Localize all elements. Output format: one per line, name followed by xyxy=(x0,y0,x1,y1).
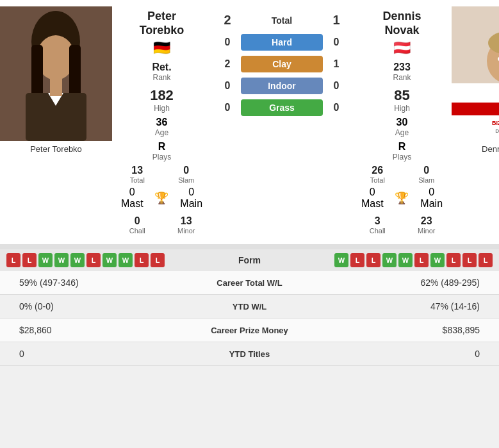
stats-label: Career Prize Money xyxy=(186,326,314,335)
right-slam-item: 0 Slam xyxy=(405,165,449,184)
hard-right: 0 xyxy=(327,37,346,48)
right-slam-label: Slam xyxy=(405,176,449,184)
grass-left: 0 xyxy=(218,102,237,113)
stats-val-right: 47% (14-16) xyxy=(314,301,493,311)
right-plays-val: R xyxy=(393,141,411,153)
form-badge-right: L xyxy=(462,253,477,267)
left-player-stats: PeterTorebko 🇩🇪 Ret. Rank 182 High 36 Ag… xyxy=(112,6,211,238)
form-badge-left: W xyxy=(119,253,133,267)
right-high-box: 85 High xyxy=(394,87,410,113)
form-badge-left: L xyxy=(6,253,20,267)
left-main-item: 0 Main xyxy=(180,187,202,210)
form-badge-right: W xyxy=(334,253,348,267)
right-total-label: Total xyxy=(356,176,400,184)
total-left: 2 xyxy=(218,13,237,28)
right-mast-label: Mast xyxy=(361,198,384,210)
form-badges-left: LLWWWLWWLL xyxy=(6,253,209,267)
form-badge-left: L xyxy=(151,253,165,267)
form-section: LLWWWLWWLL Form WLLWWLWLLL xyxy=(0,249,499,271)
right-plays-box: R Plays xyxy=(393,141,411,162)
stats-row: $28,860Career Prize Money$838,895 xyxy=(0,319,499,342)
form-badge-left: W xyxy=(54,253,69,267)
left-mast-item: 0 Mast xyxy=(121,187,143,210)
right-player-flag: 🇦🇹 xyxy=(393,40,411,56)
left-minor-val: 13 xyxy=(165,215,209,227)
clay-button[interactable]: Clay xyxy=(241,56,323,72)
stats-label: YTD Titles xyxy=(186,349,314,359)
clay-left: 2 xyxy=(218,58,237,70)
right-total-val: 26 xyxy=(356,165,400,176)
left-grid-stats: 13 Total 0 Slam xyxy=(115,165,208,184)
left-age-label: Age xyxy=(155,128,168,137)
left-high-val: 182 xyxy=(150,87,174,104)
stats-val-right: $838,895 xyxy=(314,325,493,335)
form-badge-right: L xyxy=(366,253,380,267)
right-player-photo: BIZE PACU D. NOVAK xyxy=(452,6,499,141)
left-plays-box: R Plays xyxy=(152,141,171,162)
form-badge-right: W xyxy=(382,253,397,267)
stats-row: 59% (497-346)Career Total W/L62% (489-29… xyxy=(0,271,499,295)
middle-section: 2 Total 1 0 Hard 0 2 Clay 1 0 Indoor 0 0 xyxy=(211,6,352,238)
left-plays-label: Plays xyxy=(152,153,171,162)
form-badge-left: L xyxy=(22,253,37,267)
total-right: 1 xyxy=(327,13,346,28)
indoor-row: 0 Indoor 0 xyxy=(218,78,346,94)
right-rank-label: Rank xyxy=(393,73,411,82)
grass-right: 0 xyxy=(327,102,346,113)
form-badge-right: W xyxy=(430,253,445,267)
right-trophy-row: 0 Mast 🏆 0 Main xyxy=(356,187,448,210)
clay-row: 2 Clay 1 xyxy=(218,56,346,72)
svg-rect-4 xyxy=(69,45,81,96)
right-rank-val: 233 xyxy=(393,62,411,73)
left-player-flag: 🇩🇪 xyxy=(153,40,170,56)
trophy-icon-left: 🏆 xyxy=(154,191,168,205)
left-main-label: Main xyxy=(180,198,202,210)
left-player-name: PeterTorebko xyxy=(140,10,184,37)
form-badge-right: L xyxy=(414,253,429,267)
stats-val-left: 0% (0-0) xyxy=(6,301,186,311)
left-slam-val: 0 xyxy=(165,165,209,176)
hard-button[interactable]: Hard xyxy=(241,34,323,51)
svg-rect-7 xyxy=(50,77,62,96)
stats-val-left: $28,860 xyxy=(6,325,186,335)
left-high-label: High xyxy=(150,104,174,113)
right-main-val: 0 xyxy=(420,187,443,198)
right-grid-stats: 26 Total 0 Slam xyxy=(356,165,448,184)
stats-row: 0% (0-0)YTD W/L47% (14-16) xyxy=(0,295,499,319)
left-age-val: 36 xyxy=(155,117,168,128)
left-minor-item: 13 Minor xyxy=(165,215,209,235)
stats-rows: 59% (497-346)Career Total W/L62% (489-29… xyxy=(0,271,499,366)
left-mast-label: Mast xyxy=(121,198,143,210)
left-chall-val: 0 xyxy=(115,215,160,227)
stats-val-right: 0 xyxy=(314,349,493,359)
svg-text:BIZE PACU: BIZE PACU xyxy=(492,120,499,126)
clay-right: 1 xyxy=(327,58,346,70)
form-badge-right: L xyxy=(479,253,493,267)
left-minor-label: Minor xyxy=(165,227,209,235)
right-high-label: High xyxy=(394,104,410,113)
left-rank-val: Ret. xyxy=(152,62,171,73)
right-high-val: 85 xyxy=(394,87,410,104)
right-minor-item: 23 Minor xyxy=(405,215,449,235)
total-row: 2 Total 1 xyxy=(218,13,346,28)
right-mast-item: 0 Mast xyxy=(361,187,384,210)
right-player-stats: DennisNovak 🇦🇹 233 Rank 85 High 30 Age R… xyxy=(352,6,452,238)
left-player-photo xyxy=(0,6,112,141)
right-minor-val: 23 xyxy=(405,215,449,227)
grass-button[interactable]: Grass xyxy=(241,99,323,116)
left-total-item: 13 Total xyxy=(115,165,160,184)
total-label: Total xyxy=(272,15,292,26)
left-plays-val: R xyxy=(152,141,171,153)
stats-label: YTD W/L xyxy=(186,302,314,311)
left-slam-item: 0 Slam xyxy=(165,165,209,184)
left-slam-label: Slam xyxy=(165,176,209,184)
left-trophy-row: 0 Mast 🏆 0 Main xyxy=(115,187,208,210)
indoor-button[interactable]: Indoor xyxy=(241,78,323,94)
form-badge-right: L xyxy=(446,253,461,267)
left-rank-box: Ret. Rank xyxy=(152,62,171,82)
right-slam-val: 0 xyxy=(405,165,449,176)
trophy-icon-right: 🏆 xyxy=(395,191,409,205)
left-chall-label: Chall xyxy=(115,227,160,235)
form-badge-right: L xyxy=(350,253,364,267)
right-minor-label: Minor xyxy=(405,227,449,235)
